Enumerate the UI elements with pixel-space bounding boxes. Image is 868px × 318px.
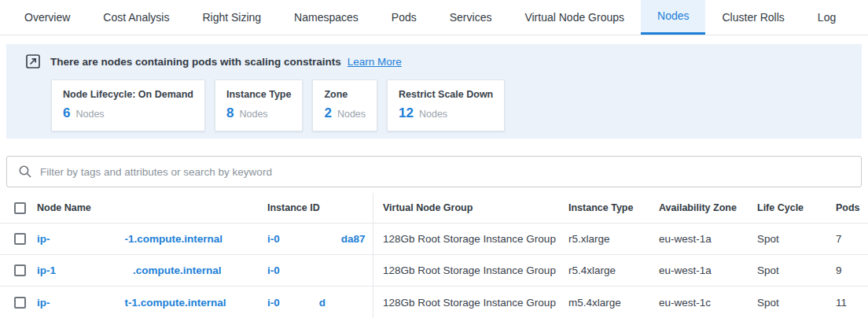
- node-name-prefix: ip-: [37, 297, 50, 309]
- instance-id-prefix: i-0: [267, 233, 280, 245]
- tab-services[interactable]: Services: [433, 0, 509, 35]
- redacted-region: [280, 302, 319, 303]
- learn-more-link[interactable]: Learn More: [348, 56, 402, 68]
- card-title: Zone: [324, 89, 366, 100]
- node-name-prefix: ip-: [37, 233, 50, 245]
- filter-bar: [6, 156, 862, 187]
- card-unit: Nodes: [337, 109, 366, 120]
- pods-cell: 9: [826, 264, 868, 276]
- search-icon: [18, 165, 32, 179]
- virtual-node-group-cell: 128Gb Root Storage Instance Group: [373, 297, 559, 309]
- tab-overview[interactable]: Overview: [8, 0, 86, 35]
- card-instance-type[interactable]: Instance Type 8 Nodes: [215, 80, 303, 131]
- redacted-region: [50, 238, 125, 239]
- column-header-pods: Pods: [826, 202, 868, 213]
- card-unit: Nodes: [419, 109, 447, 120]
- tab-cluster-rolls[interactable]: Cluster Rolls: [705, 0, 800, 35]
- instance-id-suffix: d: [319, 297, 326, 309]
- pods-cell: 7: [826, 233, 868, 245]
- column-header-availability-zone: Availability Zone: [649, 202, 748, 213]
- instance-type-cell: r5.4xlarge: [559, 264, 649, 276]
- card-count: 12: [399, 105, 414, 121]
- tab-cost-analysis[interactable]: Cost Analysis: [86, 0, 186, 35]
- card-title: Restrict Scale Down: [399, 89, 493, 100]
- instance-id-link[interactable]: i-0 d: [267, 287, 373, 318]
- scale-out-icon: [26, 54, 40, 68]
- node-name-link[interactable]: ip- -1.compute.internal: [37, 233, 267, 245]
- card-zone[interactable]: Zone 2 Nodes: [312, 80, 377, 131]
- instance-id-link[interactable]: i-0 da87: [267, 224, 373, 254]
- card-node-lifecycle[interactable]: Node Lifecycle: On Demand 6 Nodes: [51, 80, 205, 131]
- instance-id-link[interactable]: i-0: [267, 255, 373, 286]
- row-checkbox[interactable]: [14, 233, 26, 245]
- virtual-node-group-cell: 128Gb Root Storage Instance Group: [373, 233, 559, 245]
- card-unit: Nodes: [75, 109, 104, 120]
- life-cycle-cell: Spot: [748, 233, 826, 245]
- card-count: 6: [63, 105, 70, 121]
- tab-log[interactable]: Log: [801, 0, 852, 35]
- instance-id-prefix: i-0: [267, 297, 280, 309]
- constraint-cards: Node Lifecycle: On Demand 6 Nodes Instan…: [51, 80, 862, 131]
- table-row: ip- t-1.compute.internal i-0 d 128Gb Roo…: [0, 287, 868, 318]
- table-header-row: Node Name Instance ID Virtual Node Group…: [0, 193, 868, 224]
- column-header-node-name: Node Name: [37, 202, 267, 213]
- node-name-prefix: ip-1: [37, 264, 56, 276]
- search-input[interactable]: [40, 166, 861, 178]
- card-restrict-scale-down[interactable]: Restrict Scale Down 12 Nodes: [387, 80, 505, 131]
- instance-type-cell: r5.xlarge: [559, 233, 649, 245]
- pods-cell: 11: [826, 297, 868, 309]
- tab-namespaces[interactable]: Namespaces: [278, 0, 375, 35]
- column-header-virtual-node-group: Virtual Node Group: [373, 202, 559, 213]
- scaling-constraints-banner: There are nodes containing pods with sca…: [6, 44, 862, 139]
- virtual-node-group-cell: 128Gb Root Storage Instance Group: [373, 264, 559, 276]
- node-name-suffix: t-1.compute.internal: [125, 297, 226, 309]
- card-unit: Nodes: [239, 109, 267, 120]
- card-count: 8: [226, 105, 234, 121]
- tab-right-sizing[interactable]: Right Sizing: [186, 0, 278, 35]
- nodes-table: Node Name Instance ID Virtual Node Group…: [0, 193, 868, 318]
- banner-message: There are nodes containing pods with sca…: [50, 56, 341, 68]
- node-name-suffix: .compute.internal: [133, 264, 222, 276]
- tab-virtual-node-groups[interactable]: Virtual Node Groups: [508, 0, 641, 35]
- redacted-region: [50, 302, 125, 303]
- life-cycle-cell: Spot: [748, 297, 826, 309]
- table-row: ip-1 .compute.internal i-0 128Gb Root St…: [0, 255, 868, 287]
- card-title: Node Lifecycle: On Demand: [63, 89, 193, 100]
- instance-id-suffix: da87: [341, 233, 366, 245]
- tab-pods[interactable]: Pods: [375, 0, 433, 35]
- redacted-region: [280, 238, 341, 239]
- life-cycle-cell: Spot: [748, 264, 826, 276]
- availability-zone-cell: eu-west-1a: [649, 264, 748, 276]
- select-all-checkbox[interactable]: [14, 202, 26, 214]
- instance-type-cell: m5.4xlarge: [559, 297, 649, 309]
- column-header-instance-id: Instance ID: [267, 193, 373, 223]
- redacted-region: [56, 270, 133, 271]
- availability-zone-cell: eu-west-1a: [649, 233, 748, 245]
- node-name-suffix: -1.compute.internal: [125, 233, 223, 245]
- card-title: Instance Type: [226, 89, 291, 100]
- table-row: ip- -1.compute.internal i-0 da87 128Gb R…: [0, 224, 868, 255]
- card-count: 2: [324, 105, 331, 121]
- tab-nodes[interactable]: Nodes: [641, 0, 705, 35]
- availability-zone-cell: eu-west-1c: [649, 297, 748, 309]
- column-header-life-cycle: Life Cycle: [748, 202, 826, 213]
- row-checkbox[interactable]: [14, 264, 26, 276]
- row-checkbox[interactable]: [14, 297, 26, 309]
- node-name-link[interactable]: ip- t-1.compute.internal: [37, 297, 267, 309]
- node-name-link[interactable]: ip-1 .compute.internal: [37, 264, 267, 276]
- column-header-instance-type: Instance Type: [559, 202, 649, 213]
- instance-id-prefix: i-0: [267, 264, 280, 276]
- tab-bar: Overview Cost Analysis Right Sizing Name…: [0, 0, 868, 35]
- redacted-region: [280, 270, 341, 271]
